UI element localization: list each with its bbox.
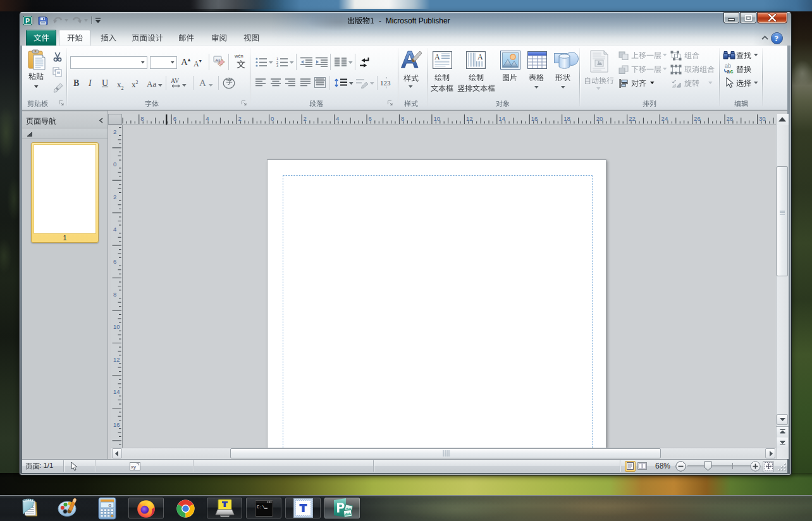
svg-text:A: A [477,52,483,61]
svg-text:18: 18 [563,115,570,122]
svg-text:123: 123 [380,79,391,87]
svg-text:P: P [25,18,30,25]
svg-text:24: 24 [661,115,668,122]
svg-text:16: 16 [531,115,538,122]
svg-text:0: 0 [113,161,116,168]
svg-text:10: 10 [433,115,440,122]
svg-text:2: 2 [304,115,307,122]
svg-text:12: 12 [113,356,120,363]
svg-text:20: 20 [596,115,603,122]
svg-text:4: 4 [336,115,339,122]
svg-text:4: 4 [113,226,116,233]
svg-text:8: 8 [140,115,144,122]
svg-text:c: c [730,68,734,74]
svg-text:4: 4 [206,115,209,122]
svg-text:10: 10 [113,323,120,330]
svg-text:0: 0 [271,115,274,122]
svg-text:14: 14 [498,115,505,122]
svg-text:6: 6 [369,115,372,122]
svg-text:16: 16 [113,421,120,428]
svg-text:28: 28 [727,115,734,122]
svg-text:6: 6 [173,115,176,122]
svg-text:AV: AV [171,77,180,84]
svg-text:30: 30 [759,115,766,122]
svg-text:A: A [434,52,440,61]
svg-text:C:\: C:\ [257,505,265,510]
svg-text:xy: xy [131,464,136,470]
svg-text:8: 8 [113,291,116,298]
svg-text:6: 6 [113,258,116,265]
svg-text:14: 14 [113,388,120,395]
svg-text:8: 8 [401,115,404,122]
svg-text:3: 3 [276,64,278,67]
svg-text:22: 22 [629,115,636,122]
svg-text:2: 2 [238,115,242,122]
svg-text:2: 2 [113,193,116,200]
svg-text:2: 2 [113,128,116,135]
svg-text:26: 26 [694,115,701,122]
svg-text:0: 0 [109,503,112,508]
svg-text:12: 12 [466,115,473,122]
